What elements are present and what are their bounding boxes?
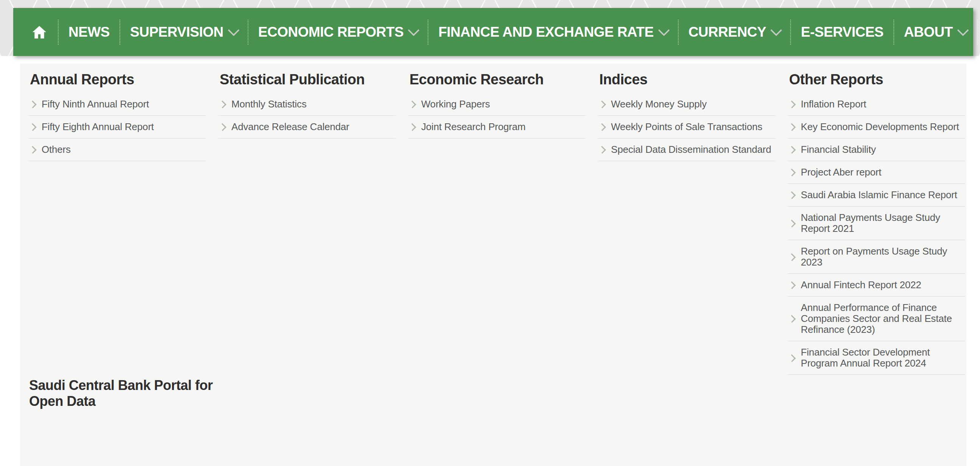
economic-reports-mega-menu: Annual Reports Fifty Ninth Annual Report… bbox=[20, 64, 966, 466]
menu-item-project-aber-report[interactable]: Project Aber report bbox=[788, 161, 965, 184]
chevron-right-icon bbox=[788, 315, 796, 323]
menu-column-economic-research: Economic Research Working Papers Joint R… bbox=[408, 71, 585, 375]
menu-column-title: Other Reports bbox=[789, 72, 965, 88]
menu-item-label: Monthly Statistics bbox=[231, 99, 307, 110]
chevron-right-icon bbox=[788, 146, 796, 154]
chevron-right-icon bbox=[788, 169, 796, 177]
menu-item-label: Project Aber report bbox=[801, 167, 881, 178]
chevron-right-icon bbox=[788, 101, 796, 109]
nav-item-label: FINANCE AND EXCHANGE RATE bbox=[438, 24, 653, 40]
menu-item-fifty-ninth-annual-report[interactable]: Fifty Ninth Annual Report bbox=[29, 93, 206, 116]
chevron-right-icon bbox=[788, 281, 796, 289]
menu-column-items: Weekly Money Supply Weekly Points of Sal… bbox=[598, 93, 775, 161]
menu-item-weekly-points-of-sale-transactions[interactable]: Weekly Points of Sale Transactions bbox=[598, 116, 775, 139]
menu-item-label: Financial Sector Development Program Ann… bbox=[801, 347, 965, 369]
menu-item-national-payments-usage-study-report-2021[interactable]: National Payments Usage Study Report 202… bbox=[788, 206, 965, 240]
menu-item-label: Working Papers bbox=[421, 99, 490, 110]
nav-item-supervision[interactable]: SUPERVISION bbox=[120, 20, 248, 45]
home-button[interactable] bbox=[21, 20, 59, 45]
menu-column-items: Working Papers Joint Research Program bbox=[408, 93, 585, 139]
menu-item-label: Fifty Ninth Annual Report bbox=[41, 99, 149, 110]
nav-item-label: E-SERVICES bbox=[801, 24, 883, 40]
menu-item-label: National Payments Usage Study Report 202… bbox=[801, 212, 965, 234]
nav-item-news[interactable]: NEWS bbox=[59, 20, 120, 45]
nav-item-label: CURRENCY bbox=[689, 24, 766, 40]
menu-item-label: Financial Stability bbox=[801, 144, 876, 155]
menu-item-joint-research-program[interactable]: Joint Research Program bbox=[408, 116, 585, 139]
menu-item-annual-fintech-report-2022[interactable]: Annual Fintech Report 2022 bbox=[788, 274, 965, 297]
menu-item-label: Special Data Dissemination Standard bbox=[611, 144, 771, 155]
menu-column-title: Statistical Publication bbox=[220, 72, 396, 88]
menu-item-fifty-eighth-annual-report[interactable]: Fifty Eighth Annual Report bbox=[29, 116, 206, 139]
page: NEWS SUPERVISION ECONOMIC REPORTS FINANC… bbox=[0, 0, 980, 466]
nav-item-label: SUPERVISION bbox=[130, 24, 223, 40]
menu-item-label: Key Economic Developments Report bbox=[801, 121, 959, 132]
chevron-right-icon bbox=[218, 101, 226, 109]
chevron-right-icon bbox=[788, 123, 796, 131]
menu-item-saudi-arabia-islamic-finance-report[interactable]: Saudi Arabia Islamic Finance Report bbox=[788, 184, 965, 206]
nav-item-label: ABOUT bbox=[904, 24, 953, 40]
menu-item-report-on-payments-usage-study-2023[interactable]: Report on Payments Usage Study 2023 bbox=[788, 240, 965, 274]
chevron-right-icon bbox=[788, 220, 796, 228]
menu-item-label: Annual Fintech Report 2022 bbox=[801, 279, 921, 290]
menu-item-working-papers[interactable]: Working Papers bbox=[408, 93, 585, 116]
chevron-right-icon bbox=[788, 254, 796, 262]
menu-item-advance-release-calendar[interactable]: Advance Release Calendar bbox=[218, 116, 396, 139]
menu-item-weekly-money-supply[interactable]: Weekly Money Supply bbox=[598, 93, 775, 116]
menu-item-others[interactable]: Others bbox=[29, 139, 206, 161]
menu-item-label: Others bbox=[41, 144, 71, 155]
menu-item-financial-sector-development-program-annual-report-2024[interactable]: Financial Sector Development Program Ann… bbox=[788, 341, 965, 375]
menu-column-title: Economic Research bbox=[409, 72, 585, 88]
open-data-portal-heading[interactable]: Saudi Central Bank Portal for Open Data bbox=[29, 378, 218, 409]
menu-column-title: Annual Reports bbox=[30, 72, 206, 88]
nav-item-label: ECONOMIC REPORTS bbox=[258, 24, 404, 40]
chevron-down-icon bbox=[957, 24, 969, 36]
nav-item-economic-reports[interactable]: ECONOMIC REPORTS bbox=[248, 20, 429, 45]
chevron-right-icon bbox=[29, 146, 37, 154]
menu-item-label: Weekly Money Supply bbox=[611, 99, 706, 110]
chevron-down-icon bbox=[770, 24, 782, 36]
menu-item-special-data-dissemination-standard[interactable]: Special Data Dissemination Standard bbox=[598, 139, 775, 161]
chevron-down-icon bbox=[408, 24, 420, 36]
chevron-down-icon bbox=[228, 24, 239, 36]
chevron-right-icon bbox=[788, 192, 796, 199]
menu-item-label: Inflation Report bbox=[801, 99, 866, 110]
chevron-right-icon bbox=[598, 146, 606, 154]
menu-column-annual-reports: Annual Reports Fifty Ninth Annual Report… bbox=[29, 71, 206, 375]
menu-item-label: Annual Performance of Finance Companies … bbox=[801, 302, 965, 335]
menu-item-label: Weekly Points of Sale Transactions bbox=[611, 121, 762, 132]
chevron-right-icon bbox=[218, 123, 226, 131]
chevron-right-icon bbox=[788, 354, 796, 362]
menu-item-label: Fifty Eighth Annual Report bbox=[41, 121, 154, 132]
menu-item-monthly-statistics[interactable]: Monthly Statistics bbox=[218, 93, 396, 116]
menu-column-items: Fifty Ninth Annual Report Fifty Eighth A… bbox=[29, 93, 206, 161]
menu-column-title: Indices bbox=[599, 72, 775, 88]
menu-column-other-reports: Other Reports Inflation Report Key Econo… bbox=[788, 71, 965, 375]
nav-item-finance-and-exchange-rate[interactable]: FINANCE AND EXCHANGE RATE bbox=[428, 20, 678, 45]
main-navbar: NEWS SUPERVISION ECONOMIC REPORTS FINANC… bbox=[13, 8, 973, 56]
menu-column-indices: Indices Weekly Money Supply Weekly Point… bbox=[598, 71, 775, 375]
menu-item-key-economic-developments-report[interactable]: Key Economic Developments Report bbox=[788, 116, 965, 139]
nav-list: NEWS SUPERVISION ECONOMIC REPORTS FINANC… bbox=[59, 8, 978, 56]
nav-item-about[interactable]: ABOUT bbox=[894, 20, 978, 45]
menu-item-label: Saudi Arabia Islamic Finance Report bbox=[801, 190, 957, 201]
nav-item-label: NEWS bbox=[68, 24, 110, 40]
menu-item-inflation-report[interactable]: Inflation Report bbox=[788, 93, 965, 116]
menu-columns: Annual Reports Fifty Ninth Annual Report… bbox=[29, 71, 966, 375]
chevron-right-icon bbox=[29, 123, 37, 131]
menu-column-items: Monthly Statistics Advance Release Calen… bbox=[218, 93, 396, 139]
menu-item-financial-stability[interactable]: Financial Stability bbox=[788, 139, 965, 161]
chevron-right-icon bbox=[598, 101, 606, 109]
nav-item-e-services[interactable]: E-SERVICES bbox=[791, 20, 894, 45]
menu-item-annual-performance-of-finance-companies-sector-and-real-estate-refinance-2023[interactable]: Annual Performance of Finance Companies … bbox=[788, 297, 965, 341]
nav-item-currency[interactable]: CURRENCY bbox=[679, 20, 791, 45]
chevron-right-icon bbox=[598, 123, 606, 131]
menu-item-label: Advance Release Calendar bbox=[231, 121, 349, 132]
menu-item-label: Joint Research Program bbox=[421, 121, 525, 132]
chevron-right-icon bbox=[29, 101, 37, 109]
chevron-right-icon bbox=[408, 101, 416, 109]
menu-item-label: Report on Payments Usage Study 2023 bbox=[801, 246, 965, 268]
chevron-down-icon bbox=[658, 24, 670, 36]
home-icon bbox=[32, 26, 46, 39]
menu-column-statistical-publication: Statistical Publication Monthly Statisti… bbox=[218, 71, 396, 375]
